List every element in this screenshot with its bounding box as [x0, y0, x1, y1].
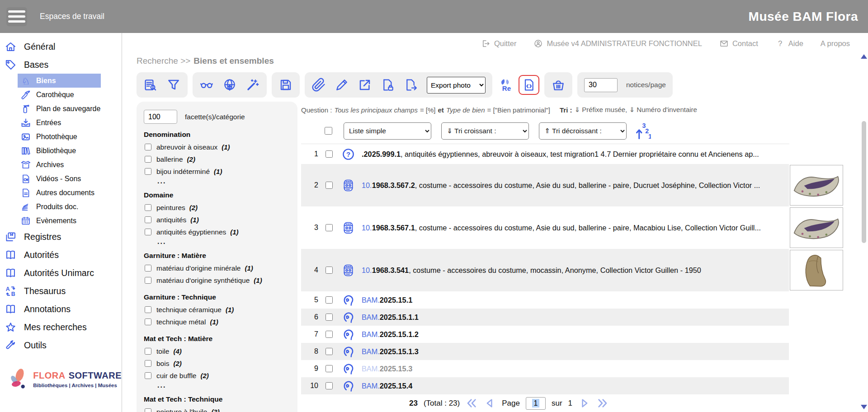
about-link[interactable]: A propos	[821, 39, 850, 48]
notices-per-page-input[interactable]	[584, 78, 618, 92]
magic-wand-button[interactable]	[245, 78, 260, 92]
facet-item[interactable]: toile (4)	[144, 345, 290, 357]
first-page-button[interactable]	[466, 397, 478, 409]
current-user[interactable]: Musée v4 ADMINISTRATEUR FONCTIONNEL	[533, 39, 702, 48]
facet-item[interactable]: antiquités (1)	[144, 214, 290, 226]
result-row[interactable]: 5 BAM.2025.15.1	[301, 291, 789, 309]
filter-button[interactable]	[166, 78, 181, 92]
facet-more-ellipsis[interactable]: ...	[157, 238, 290, 245]
result-row[interactable]: 3 10.1968.3.567.1, costume - accessoires…	[301, 206, 789, 249]
result-row[interactable]: 10 BAM.2025.15.4	[301, 377, 789, 394]
contact-link[interactable]: Contact	[719, 39, 758, 48]
sidebar-item[interactable]: Mes recherches	[0, 318, 122, 336]
vertical-scrollbar[interactable]	[860, 53, 867, 410]
scroll-up-arrow-icon[interactable]	[861, 54, 867, 59]
facet-checkbox[interactable]	[145, 156, 151, 163]
document-export-button[interactable]	[404, 78, 418, 92]
facet-checkbox[interactable]	[145, 144, 151, 150]
scrollbar-thumb[interactable]	[862, 121, 866, 243]
external-link-button[interactable]	[358, 78, 372, 92]
save-button[interactable]	[278, 78, 293, 92]
attach-button[interactable]	[311, 78, 326, 92]
facet-item[interactable]: antiquités égyptiennes (1)	[144, 226, 290, 238]
sidebar-item[interactable]: Photothèque	[18, 130, 101, 144]
next-page-button[interactable]	[578, 397, 590, 409]
row-checkbox[interactable]	[326, 331, 333, 338]
sidebar-item[interactable]: Entrées	[18, 116, 101, 130]
flora-re-button[interactable]	[497, 77, 514, 93]
sidebar-item[interactable]: Autres documents	[18, 186, 101, 200]
query-form-button[interactable]	[143, 78, 158, 92]
row-checkbox[interactable]	[326, 182, 333, 189]
sidebar-item[interactable]: Outils	[0, 336, 122, 354]
facet-checkbox[interactable]	[145, 277, 151, 284]
facet-checkbox[interactable]	[145, 204, 151, 211]
sidebar-item[interactable]: Général	[0, 37, 122, 56]
sidebar-item[interactable]: Bibliothèque	[18, 144, 101, 158]
facet-checkbox[interactable]	[145, 229, 151, 235]
view-mode-select[interactable]: Liste simple	[344, 122, 431, 140]
sidebar-item[interactable]: Thesaurus	[0, 282, 122, 300]
facet-more-ellipsis[interactable]: ...	[157, 382, 290, 389]
result-row[interactable]: 7 BAM.2025.15.1.2	[301, 326, 789, 343]
facet-item[interactable]: ballerine (2)	[144, 153, 290, 165]
row-checkbox[interactable]	[326, 267, 333, 274]
shoe-icon[interactable]	[790, 165, 843, 206]
facet-item[interactable]: technique métal (1)	[144, 316, 290, 328]
shoe-icon[interactable]	[790, 207, 843, 248]
moccasin-icon[interactable]	[790, 250, 843, 290]
sidebar-item[interactable]: Archives	[18, 158, 101, 172]
record-prefix-link[interactable]: BAM.	[362, 296, 380, 304]
basket-button[interactable]	[551, 78, 566, 92]
facet-item[interactable]: matériau d'origine minérale (1)	[144, 262, 290, 274]
sort-descending-select[interactable]: ⇑ Tri décroissant :	[539, 122, 627, 140]
row-checkbox[interactable]	[326, 365, 333, 372]
record-prefix-link[interactable]: 10.	[362, 266, 372, 274]
row-checkbox[interactable]	[326, 150, 333, 158]
sidebar-item[interactable]: Plan de sauvegarde	[18, 102, 101, 116]
page-number-input[interactable]	[526, 397, 546, 410]
record-prefix-link[interactable]: 10.	[362, 224, 372, 232]
workspace-label[interactable]: Espaces de travail	[40, 12, 104, 21]
facet-checkbox[interactable]	[145, 318, 151, 325]
help-link[interactable]: Aide	[775, 39, 803, 48]
record-prefix-link[interactable]: BAM.	[362, 365, 380, 373]
row-checkbox[interactable]	[326, 348, 333, 355]
quit-link[interactable]: Quitter	[481, 39, 517, 48]
facet-item[interactable]: matériau d'origine synthétique (1)	[144, 274, 290, 286]
row-checkbox[interactable]	[326, 224, 333, 231]
row-checkbox[interactable]	[326, 382, 333, 389]
sidebar-item[interactable]: Vidéos - Sons	[18, 172, 101, 186]
record-prefix-link[interactable]: 10.	[362, 181, 372, 189]
sidebar-item[interactable]: Registres	[0, 228, 122, 246]
sidebar-item[interactable]: Autorités	[0, 246, 122, 264]
facet-item[interactable]: bijou indéterminé (1)	[144, 165, 290, 178]
result-row[interactable]: 9 BAM.2025.15.3	[301, 360, 789, 377]
globe-publish-button[interactable]	[222, 78, 237, 92]
facet-checkbox[interactable]	[145, 216, 151, 223]
glasses-view-button[interactable]	[199, 78, 214, 92]
row-checkbox[interactable]	[326, 314, 333, 321]
result-row[interactable]: 8 BAM.2025.15.1.3	[301, 343, 789, 360]
sidebar-item[interactable]: Annotations	[0, 300, 122, 318]
scroll-down-arrow-icon[interactable]	[861, 405, 867, 409]
sidebar-item[interactable]: Bases	[0, 56, 122, 74]
sidebar-item[interactable]: Autorités Unimarc	[0, 264, 122, 282]
facet-checkbox[interactable]	[145, 306, 151, 313]
facet-checkbox[interactable]	[145, 265, 151, 272]
facet-checkbox[interactable]	[145, 348, 151, 355]
select-all-checkbox[interactable]	[325, 127, 332, 135]
result-row[interactable]: 2 10.1968.3.567.2, costume - accessoires…	[301, 164, 789, 206]
facet-checkbox[interactable]	[145, 408, 151, 412]
facet-item[interactable]: peintures (2)	[144, 201, 290, 214]
result-row[interactable]: 4 10.1968.3.541, costume - accessoires d…	[301, 249, 789, 291]
facet-checkbox[interactable]	[145, 168, 151, 175]
record-prefix-link[interactable]: BAM.	[362, 347, 380, 356]
sort-ascending-select[interactable]: ⇓ Tri croissant :	[441, 122, 529, 140]
sidebar-item[interactable]: Produits doc.	[18, 200, 101, 214]
edit-button[interactable]	[335, 78, 349, 92]
document-lock-button[interactable]	[381, 78, 395, 92]
record-prefix-link[interactable]: BAM.	[362, 313, 380, 321]
result-row[interactable]: 6 BAM.2025.15.1.1	[301, 309, 789, 326]
export-photo-select[interactable]: Export photo	[427, 77, 486, 94]
